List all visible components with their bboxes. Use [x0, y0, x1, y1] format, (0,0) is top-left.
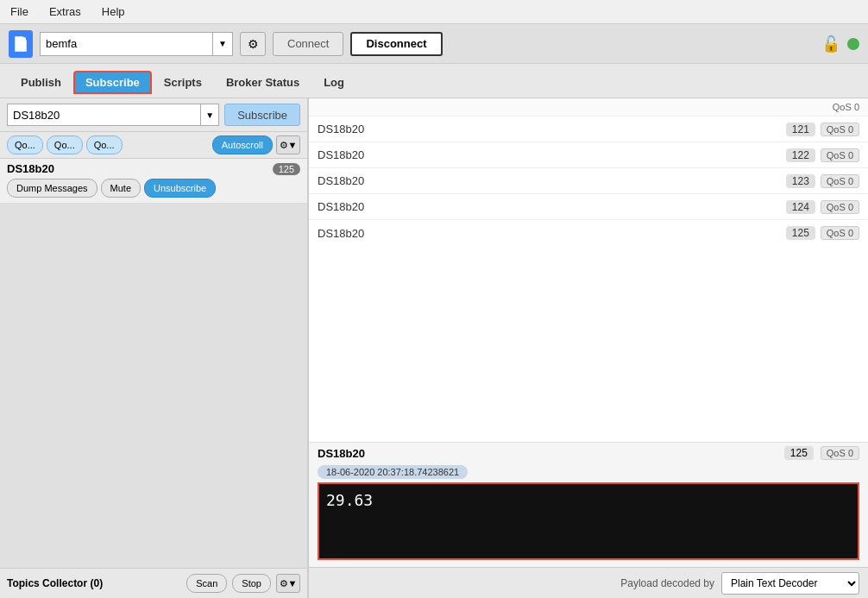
- message-list[interactable]: DS18b20 121 QoS 0 DS18b20 122 QoS 0 DS18…: [309, 116, 868, 442]
- expanded-timestamp: 18-06-2020 20:37:18.74238621: [318, 465, 468, 479]
- msg-qos-0: QoS 0: [821, 123, 859, 136]
- topics-collector-settings-btn[interactable]: ⚙▼: [276, 574, 300, 593]
- broker-dropdown-btn[interactable]: ▼: [212, 32, 233, 56]
- topic-item: DS18b20 125 Dump Messages Mute Unsubscri…: [0, 159, 307, 204]
- topic-item-count: 125: [273, 163, 300, 175]
- table-row: DS18b20 125 QoS 0: [309, 220, 868, 246]
- left-panel: ▼ Subscribe Qo... Qo... Qo... Autoscroll…: [0, 98, 309, 598]
- footer: Payload decoded by Plain Text Decoder Ba…: [309, 567, 868, 598]
- subscribe-area: ▼ Subscribe: [0, 98, 307, 132]
- msg-topic-1: DS18b20: [318, 148, 364, 161]
- scan-btn[interactable]: Scan: [186, 574, 227, 593]
- expanded-topic: DS18b20: [318, 447, 365, 460]
- unsubscribe-btn[interactable]: Unsubscribe: [144, 179, 216, 198]
- msg-num-1: 122: [786, 148, 815, 162]
- expanded-qos: QoS 0: [821, 446, 859, 460]
- msg-num-2: 123: [786, 174, 815, 188]
- tab-publish[interactable]: Publish: [9, 71, 73, 94]
- stop-btn[interactable]: Stop: [232, 574, 271, 593]
- mute-btn[interactable]: Mute: [101, 179, 141, 198]
- msg-num-4: 125: [786, 226, 815, 240]
- menu-file[interactable]: File: [7, 3, 32, 20]
- msg-qos-1: QoS 0: [821, 148, 859, 162]
- expanded-message: DS18b20 125 QoS 0 18-06-2020 20:37:18.74…: [309, 442, 868, 567]
- table-row: DS18b20 123 QoS 0: [309, 168, 868, 194]
- topic-item-header: DS18b20 125: [7, 162, 300, 175]
- expanded-value: 29.63: [326, 491, 373, 509]
- menu-extras[interactable]: Extras: [46, 3, 85, 20]
- msg-right-3: 124 QoS 0: [786, 200, 859, 214]
- topic-item-name: DS18b20: [7, 162, 54, 175]
- msg-qos-4: QoS 0: [821, 226, 859, 240]
- broker-input-group: ▼: [40, 32, 233, 56]
- expanded-num: 125: [784, 446, 814, 460]
- message-settings-btn[interactable]: ⚙▼: [276, 135, 300, 154]
- menu-help[interactable]: Help: [98, 3, 129, 20]
- tabbar: Publish Subscribe Scripts Broker Status …: [0, 64, 868, 98]
- topics-collector: Topics Collector (0) Scan Stop ⚙▼: [0, 568, 307, 598]
- expanded-message-body: 29.63: [318, 482, 859, 560]
- qos-btn-0[interactable]: Qo...: [7, 135, 43, 154]
- msg-topic-3: DS18b20: [318, 200, 364, 213]
- app-icon: [9, 30, 33, 58]
- disconnect-button[interactable]: Disconnect: [350, 32, 442, 56]
- topic-dropdown-btn[interactable]: ▼: [200, 104, 219, 126]
- decoder-select[interactable]: Plain Text Decoder Base64 Decoder Hex De…: [721, 572, 859, 595]
- tab-scripts[interactable]: Scripts: [152, 71, 214, 94]
- msg-topic-0: DS18b20: [318, 123, 364, 135]
- settings-gear-btn[interactable]: ⚙: [240, 32, 266, 56]
- topic-item-actions: Dump Messages Mute Unsubscribe: [7, 175, 300, 199]
- msg-right-2: 123 QoS 0: [786, 174, 859, 188]
- connect-button[interactable]: Connect: [273, 32, 343, 56]
- tab-broker-status[interactable]: Broker Status: [214, 71, 311, 94]
- msg-num-0: 121: [786, 123, 815, 136]
- table-row: DS18b20 122 QoS 0: [309, 142, 868, 168]
- table-row: DS18b20 121 QoS 0: [309, 116, 868, 142]
- lock-icon: 🔓: [821, 35, 840, 54]
- connection-status-dot: [847, 38, 859, 50]
- topic-input-group: ▼: [7, 104, 219, 126]
- msg-topic-2: DS18b20: [318, 174, 364, 187]
- topics-collector-label: Topics Collector (0): [7, 577, 181, 589]
- msg-qos-3: QoS 0: [821, 200, 859, 214]
- right-panel: QoS 0 DS18b20 121 QoS 0 DS18b20 122 QoS …: [309, 98, 868, 598]
- tab-log[interactable]: Log: [311, 71, 356, 94]
- toolbar: ▼ ⚙ Connect Disconnect 🔓: [0, 24, 868, 64]
- msg-topic-4: DS18b20: [318, 227, 364, 240]
- decoder-label: Payload decoded by: [620, 577, 714, 589]
- msg-right-4: 125 QoS 0: [786, 226, 859, 240]
- menubar: File Extras Help: [0, 0, 868, 24]
- autoscroll-btn[interactable]: Autoscroll: [212, 135, 273, 154]
- msg-qos-2: QoS 0: [821, 174, 859, 188]
- msg-right-0: 121 QoS 0: [786, 123, 859, 136]
- broker-input[interactable]: [40, 32, 212, 56]
- qos-btn-1[interactable]: Qo...: [47, 135, 83, 154]
- table-row: DS18b20 124 QoS 0: [309, 194, 868, 220]
- expanded-message-header: DS18b20 125 QoS 0: [309, 443, 868, 463]
- left-panel-spacer: [0, 204, 307, 568]
- subscribe-button[interactable]: Subscribe: [224, 104, 300, 126]
- expanded-meta: 125 QoS 0: [784, 446, 859, 460]
- qos-header-label: QoS 0: [833, 102, 859, 112]
- msg-num-3: 124: [786, 200, 815, 214]
- qos-btn-2[interactable]: Qo...: [86, 135, 123, 154]
- tab-subscribe[interactable]: Subscribe: [73, 71, 152, 94]
- expanded-timestamp-row: 18-06-2020 20:37:18.74238621: [309, 463, 868, 482]
- qos-bar: Qo... Qo... Qo... Autoscroll ⚙▼: [0, 132, 307, 159]
- topic-input[interactable]: [7, 104, 200, 126]
- msg-right-1: 122 QoS 0: [786, 148, 859, 162]
- qos-header-row: QoS 0: [309, 98, 868, 116]
- dump-messages-btn[interactable]: Dump Messages: [7, 179, 97, 198]
- main-content: ▼ Subscribe Qo... Qo... Qo... Autoscroll…: [0, 98, 868, 598]
